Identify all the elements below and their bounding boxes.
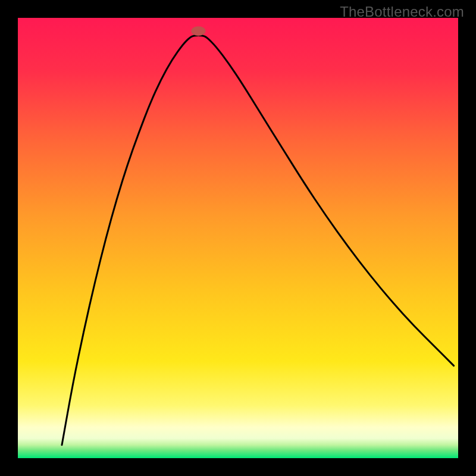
optimum-marker (191, 26, 205, 36)
watermark-text: TheBottleneck.com (340, 4, 464, 20)
bottleneck-chart (0, 0, 476, 476)
plot-area (18, 18, 458, 458)
chart-container: TheBottleneck.com (0, 0, 476, 476)
